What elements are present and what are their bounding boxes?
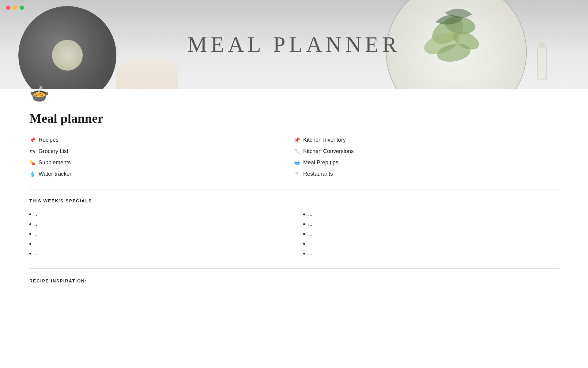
svg-rect-5	[537, 46, 547, 80]
bullet-dot	[29, 213, 31, 215]
restaurants-label: Restaurants	[303, 171, 333, 177]
bowl-area: 🍲	[0, 86, 588, 102]
recipes-label: Recipes	[39, 137, 58, 143]
bullet-dot	[303, 243, 305, 245]
bowl-icon: 🍲	[29, 85, 49, 103]
hand-decoration	[116, 58, 178, 89]
meal-prep-label: Meal Prep tips	[303, 159, 338, 166]
nav-col-left: 📌 Recipes 🛍 Grocery List 💊 Supplements 💧…	[29, 134, 294, 180]
grocery-label: Grocery List	[39, 148, 68, 155]
bullet-text: ...	[308, 211, 312, 217]
traffic-lights	[6, 6, 24, 10]
nav-item-meal-prep-tips[interactable]: 🥣 Meal Prep tips	[294, 157, 559, 168]
list-item: ...	[303, 239, 559, 249]
specials-grid: ... ... ... ... ... ...	[29, 209, 559, 259]
maximize-button[interactable]	[20, 6, 24, 10]
bullet-dot	[303, 233, 305, 235]
water-label: Water tracker	[39, 171, 71, 177]
grocery-icon: 🛍	[29, 149, 36, 154]
plate-right-decoration	[386, 0, 527, 89]
nav-item-grocery-list[interactable]: 🛍 Grocery List	[29, 146, 294, 157]
section-divider-2	[29, 268, 559, 269]
list-item: ...	[303, 229, 559, 239]
list-item: ...	[303, 219, 559, 229]
nav-item-supplements[interactable]: 💊 Supplements	[29, 157, 294, 168]
bullet-dot	[303, 213, 305, 215]
restaurants-icon: 🍴	[294, 171, 300, 177]
bullet-text: ...	[34, 221, 39, 227]
section-divider-1	[29, 190, 559, 190]
svg-rect-6	[539, 43, 545, 48]
specials-col-left: ... ... ... ... ...	[29, 209, 285, 259]
nav-item-restaurants[interactable]: 🍴 Restaurants	[294, 168, 559, 180]
bullet-dot	[29, 243, 31, 245]
specials-heading: THIS WEEK'S SPECIALS	[29, 198, 559, 203]
bullet-dot	[29, 223, 31, 225]
list-item: ...	[303, 249, 559, 259]
bullet-dot	[303, 223, 305, 225]
recipes-icon: 📌	[29, 137, 36, 143]
main-content: Meal planner 📌 Recipes 🛍 Grocery List 💊 …	[0, 102, 588, 302]
meal-prep-icon: 🥣	[294, 160, 300, 166]
nav-col-right: 📌 Kitchen Inventory 🥄 Kitchen Conversion…	[294, 134, 559, 180]
specials-col-right: ... ... ... ... ...	[303, 209, 559, 259]
bullet-text: ...	[34, 211, 39, 217]
supplements-label: Supplements	[39, 159, 71, 166]
glass-svg	[533, 43, 551, 86]
list-item: ...	[303, 209, 559, 219]
nav-item-kitchen-inventory[interactable]: 📌 Kitchen Inventory	[294, 134, 559, 146]
supplements-icon: 💊	[29, 160, 36, 166]
bullet-text: ...	[308, 251, 312, 257]
kitchen-inventory-label: Kitchen Inventory	[303, 137, 346, 143]
nav-item-recipes[interactable]: 📌 Recipes	[29, 134, 294, 146]
bullet-dot	[29, 253, 31, 255]
glass-decoration	[533, 43, 551, 86]
kitchen-inventory-icon: 📌	[294, 137, 300, 143]
nav-item-water-tracker[interactable]: 💧 Water tracker	[29, 168, 294, 180]
plate-left-decoration	[18, 6, 116, 89]
recipe-inspiration-heading: RECIPE INSPIRATION:	[29, 278, 559, 283]
bullet-dot	[303, 253, 305, 255]
list-item: ...	[29, 249, 285, 259]
hero-title: MEAL PLANNER	[187, 32, 400, 57]
minimize-button[interactable]	[13, 6, 17, 10]
list-item: ...	[29, 209, 285, 219]
nav-item-kitchen-conversions[interactable]: 🥄 Kitchen Conversions	[294, 146, 559, 157]
kitchen-conversions-label: Kitchen Conversions	[303, 148, 354, 155]
bullet-text: ...	[308, 241, 312, 247]
bullet-text: ...	[308, 231, 312, 237]
plate-food-svg	[386, 0, 527, 89]
list-item: ...	[29, 219, 285, 229]
nav-links: 📌 Recipes 🛍 Grocery List 💊 Supplements 💧…	[29, 134, 559, 180]
water-icon: 💧	[29, 171, 36, 177]
hero-banner: MEAL PLANNER	[0, 0, 588, 89]
close-button[interactable]	[6, 6, 10, 10]
bullet-text: ...	[34, 251, 39, 257]
page-title: Meal planner	[29, 111, 559, 126]
list-item: ...	[29, 239, 285, 249]
list-item: ...	[29, 229, 285, 239]
kitchen-conversions-icon: 🥄	[294, 148, 300, 154]
bullet-text: ...	[34, 231, 39, 237]
bullet-text: ...	[308, 221, 312, 227]
bullet-dot	[29, 233, 31, 235]
bullet-text: ...	[34, 241, 39, 247]
